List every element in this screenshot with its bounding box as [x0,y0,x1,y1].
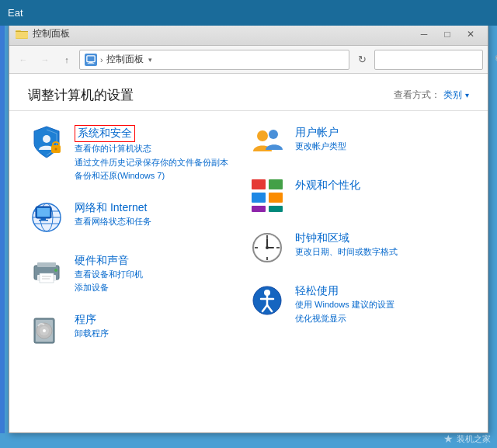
control-panel-window: 控制面板 ─ □ ✕ ← → ↑ › 控制面板 ▾ ↻ [9,22,488,433]
search-box: 🔍 [374,50,483,70]
programs-sub-1[interactable]: 卸载程序 [75,327,248,341]
close-button[interactable]: ✕ [460,26,481,42]
ease-svg [248,282,286,319]
search-input[interactable] [378,54,495,65]
category-clock-info: 时钟和区域 更改日期、时间或数字格式 [295,229,469,259]
taskbar-top: Eat [0,0,497,26]
taskbar-label: Eat [0,7,23,19]
user-accounts-icon [248,123,286,161]
items-grid: 系统和安全 查看你的计算机状态 通过文件历史记录保存你的文件备份副本 备份和还原… [9,111,488,432]
watermark: ★ 装机之家 [443,432,491,445]
svg-point-48 [266,246,269,249]
network-svg [28,199,65,236]
svg-point-32 [257,130,268,141]
folder-icon [16,28,28,40]
title-bar-left: 控制面板 [16,27,70,40]
page-title: 调整计算机的设置 [28,86,134,104]
back-button[interactable]: ← [14,50,33,69]
left-border-accent [0,22,5,433]
pc-icon [86,55,96,64]
category-network-info: 网络和 Internet 查看网络状态和任务 [75,199,248,229]
category-ease: 轻松使用 使用 Windows 建议的设置 优化视觉显示 [248,282,469,325]
svg-rect-18 [41,218,46,220]
category-system-security-info: 系统和安全 查看你的计算机状态 通过文件历史记录保存你的文件备份副本 备份和还原… [75,123,248,183]
programs-icon [28,311,65,348]
svg-rect-3 [16,31,28,32]
svg-point-31 [43,329,46,332]
category-user-accounts-info: 用户帐户 更改帐户类型 [295,123,469,154]
breadcrumb-pc-icon [85,54,97,66]
svg-rect-19 [39,220,48,221]
svg-point-10 [55,148,57,151]
ease-sub-2[interactable]: 优化视觉显示 [295,312,469,326]
right-column: 用户帐户 更改帐户类型 [248,123,469,420]
view-selector: 查看方式： 类别 ▾ [394,89,469,102]
hardware-svg [28,252,65,289]
programs-svg [28,311,65,348]
category-network: 网络和 Internet 查看网络状态和任务 [28,199,248,236]
category-hardware-info: 硬件和声音 查看设备和打印机 添加设备 [75,252,248,295]
svg-point-26 [54,269,57,272]
address-bar: ← → ↑ › 控制面板 ▾ ↻ 🔍 [9,46,488,74]
hardware-sub-2[interactable]: 添加设备 [75,281,248,295]
system-security-sub-1[interactable]: 查看你的计算机状态 [75,142,248,156]
programs-title[interactable]: 程序 [75,313,96,327]
ease-sub-1[interactable]: 使用 Windows 建议的设置 [295,298,469,312]
title-bar: 控制面板 ─ □ ✕ [9,23,488,46]
view-label: 查看方式： [394,89,440,102]
network-sub-1[interactable]: 查看网络状态和任务 [75,215,248,229]
content-header: 调整计算机的设置 查看方式： 类别 ▾ [9,74,488,111]
shield-svg [28,123,65,161]
svg-rect-4 [87,55,95,61]
appearance-icon [248,176,286,214]
ease-icon [248,282,286,319]
svg-rect-6 [88,63,95,64]
category-system-security: 系统和安全 查看你的计算机状态 通过文件历史记录保存你的文件备份副本 备份和还原… [28,123,248,183]
svg-rect-5 [89,61,92,62]
svg-rect-36 [252,193,266,203]
category-programs: 程序 卸载程序 [28,311,248,348]
view-arrow[interactable]: ▾ [465,91,469,99]
category-clock: 时钟和区域 更改日期、时间或数字格式 [248,229,469,266]
clock-sub-1[interactable]: 更改日期、时间或数字格式 [295,245,469,259]
network-title[interactable]: 网络和 Internet [75,201,147,215]
breadcrumb-dropdown-arrow[interactable]: ▾ [148,56,152,64]
system-security-sub-2[interactable]: 通过文件历史记录保存你的文件备份副本 [75,156,248,170]
minimize-button[interactable]: ─ [413,26,435,42]
appearance-title[interactable]: 外观和个性化 [295,179,360,193]
svg-rect-35 [269,179,283,189]
svg-rect-39 [269,206,283,212]
clock-title[interactable]: 时钟和区域 [295,231,349,245]
breadcrumb-bar: › 控制面板 ▾ [79,50,349,70]
hardware-sub-1[interactable]: 查看设备和打印机 [75,268,248,282]
svg-rect-23 [40,273,54,283]
forward-button[interactable]: → [36,50,54,69]
up-button[interactable]: ↑ [57,50,76,69]
svg-rect-17 [37,208,50,217]
system-security-icon [28,123,65,161]
svg-rect-37 [269,193,283,203]
category-appearance: 外观和个性化 [248,176,469,214]
title-bar-controls: ─ □ ✕ [413,26,481,42]
system-security-title[interactable]: 系统和安全 [75,125,135,142]
svg-point-33 [269,130,278,139]
view-value[interactable]: 类别 [443,89,462,102]
refresh-button[interactable]: ↻ [353,50,371,69]
title-text: 控制面板 [33,27,70,40]
watermark-text: 装机之家 [457,433,491,445]
category-user-accounts: 用户帐户 更改帐户类型 [248,123,469,161]
ease-title[interactable]: 轻松使用 [295,284,339,298]
content-area: 调整计算机的设置 查看方式： 类别 ▾ [9,74,488,432]
system-security-sub-3[interactable]: 备份和还原(Windows 7) [75,169,248,183]
maximize-button[interactable]: □ [436,26,458,42]
user-accounts-title[interactable]: 用户帐户 [295,126,339,140]
user-accounts-sub-1[interactable]: 更改帐户类型 [295,140,469,154]
category-hardware: 硬件和声音 查看设备和打印机 添加设备 [28,252,248,295]
svg-rect-38 [252,206,266,212]
svg-point-7 [43,135,50,143]
breadcrumb-path[interactable]: 控制面板 [106,53,144,66]
left-column: 系统和安全 查看你的计算机状态 通过文件历史记录保存你的文件备份副本 备份和还原… [28,123,248,420]
category-ease-info: 轻松使用 使用 Windows 建议的设置 优化视觉显示 [295,282,469,325]
hardware-title[interactable]: 硬件和声音 [75,254,129,268]
svg-rect-21 [37,262,56,267]
